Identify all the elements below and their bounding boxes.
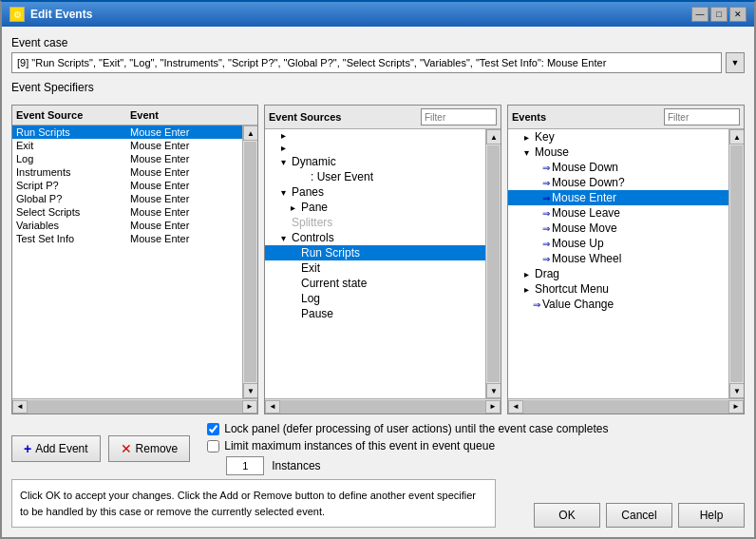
help-button[interactable]: Help — [678, 503, 745, 528]
right-panels: Event Sources ▸ ▸ ▾ Dynamic : User Event… — [264, 105, 745, 414]
event-tree-item[interactable]: ⇒ Mouse Enter — [508, 190, 728, 205]
event-item-text: Mouse Move — [550, 221, 617, 235]
arrow-icon: ⇒ — [533, 299, 540, 310]
events-filter-input[interactable] — [664, 108, 740, 125]
event-tree-item[interactable]: ⇒ Mouse Down — [508, 160, 728, 175]
source-tree-item[interactable]: Pause — [265, 306, 485, 321]
specifier-row[interactable]: Instruments Mouse Enter — [12, 165, 242, 179]
source-tree-item[interactable]: ▸ Pane — [265, 200, 485, 215]
events-tree[interactable]: ▸ Key ▾ Mouse ⇒ Mouse Down ⇒ Mouse Down?… — [508, 129, 728, 398]
limit-instances-checkbox[interactable] — [207, 440, 219, 452]
source-tree-item: Splitters — [265, 215, 485, 230]
event-case-section: Event case [9] "Run Scripts", "Exit", "L… — [11, 36, 745, 73]
lock-panel-checkbox[interactable] — [207, 423, 219, 435]
spec-source: Instruments — [12, 165, 126, 179]
hscroll-left[interactable]: ◄ — [12, 400, 28, 414]
hscroll-right[interactable]: ► — [242, 400, 257, 414]
src-hscroll-right[interactable]: ► — [485, 400, 501, 414]
instances-row: Instances — [226, 456, 608, 475]
event-tree-item[interactable]: ⇒ Mouse Move — [508, 221, 728, 236]
sources-tree[interactable]: ▸ ▸ ▾ Dynamic : User Event ▾ Panes ▸ Pan… — [265, 129, 485, 398]
evt-hscroll-right[interactable]: ► — [728, 400, 744, 414]
event-tree-item[interactable]: ⇒ Value Change — [508, 297, 728, 312]
specifier-row[interactable]: Script P? Mouse Enter — [12, 179, 242, 192]
tree-item-text: Pane — [299, 201, 328, 214]
close-button[interactable]: ✕ — [729, 7, 747, 22]
source-tree-item[interactable]: ▾ Panes — [265, 184, 485, 200]
specifier-row[interactable]: Log Mouse Enter — [12, 152, 242, 165]
sources-scroll-up[interactable]: ▲ — [486, 129, 501, 144]
event-tree-item[interactable]: ▸ Shortcut Menu — [508, 281, 728, 297]
cancel-button[interactable]: Cancel — [606, 503, 672, 528]
evt-hscroll-left[interactable]: ◄ — [508, 400, 523, 414]
event-tree-item[interactable]: ▸ Key — [508, 129, 728, 144]
arrow-icon: ⇒ — [542, 208, 550, 219]
specifier-row[interactable]: Global P? Mouse Enter — [12, 192, 242, 205]
sources-panel-title: Event Sources — [269, 111, 341, 123]
specifier-row[interactable]: Variables Mouse Enter — [12, 219, 242, 232]
tree-item-text: Run Scripts — [299, 246, 360, 260]
ok-button[interactable]: OK — [534, 503, 600, 528]
source-tree-item[interactable]: ▾ Controls — [265, 230, 485, 245]
sources-scroll-thumb[interactable] — [487, 145, 500, 382]
source-tree-item[interactable]: Current state — [265, 276, 485, 291]
specifier-row[interactable]: Select Scripts Mouse Enter — [12, 205, 242, 219]
scroll-down[interactable]: ▼ — [243, 383, 257, 398]
bottom-section: + Add Event ✕ Remove Lock panel (defer p… — [11, 422, 745, 528]
sources-scroll-down[interactable]: ▼ — [486, 383, 501, 398]
events-hscrollbar[interactable]: ◄ ► — [508, 398, 744, 414]
spec-event: Mouse Enter — [126, 232, 242, 245]
event-item-text: Mouse — [533, 145, 569, 159]
instances-label: Instances — [272, 459, 320, 472]
events-scroll-down[interactable]: ▼ — [729, 383, 744, 398]
expand-icon: ▸ — [520, 269, 533, 279]
sources-filter-input[interactable] — [421, 108, 497, 125]
source-tree-item[interactable]: : User Event — [265, 169, 485, 184]
source-tree-item[interactable]: ▾ Dynamic — [265, 154, 485, 169]
minimize-button[interactable]: — — [691, 7, 709, 22]
source-tree-item[interactable]: ▸ — [265, 129, 485, 142]
events-scroll-up[interactable]: ▲ — [729, 129, 744, 144]
source-tree-item[interactable]: Log — [265, 291, 485, 306]
scroll-up[interactable]: ▲ — [243, 125, 257, 141]
event-tree-item[interactable]: ⇒ Mouse Up — [508, 236, 728, 251]
options-section: Lock panel (defer processing of user act… — [205, 422, 608, 475]
sources-hscrollbar[interactable]: ◄ ► — [265, 398, 501, 414]
source-tree-item[interactable]: Run Scripts — [265, 245, 485, 260]
specifiers-list[interactable]: Run Scripts Mouse Enter Exit Mouse Enter… — [12, 125, 242, 398]
remove-icon: ✕ — [121, 441, 132, 456]
specifiers-hscrollbar[interactable]: ◄ ► — [12, 398, 257, 414]
src-hscroll-left[interactable]: ◄ — [265, 400, 280, 414]
specifier-row[interactable]: Run Scripts Mouse Enter — [12, 125, 242, 139]
maximize-button[interactable]: □ — [710, 7, 728, 22]
expand-icon: ▸ — [286, 202, 299, 213]
spec-event: Mouse Enter — [126, 125, 242, 139]
title-controls: — □ ✕ — [691, 7, 747, 22]
events-scroll-thumb[interactable] — [730, 145, 743, 382]
events-scrollbar[interactable]: ▲ ▼ — [728, 129, 744, 398]
source-tree-item[interactable]: ▸ — [265, 142, 485, 154]
instances-input[interactable] — [226, 456, 264, 475]
event-tree-item[interactable]: ⇒ Mouse Down? — [508, 175, 728, 190]
middle-section: Event Source Event Run Scripts Mouse Ent… — [11, 105, 745, 414]
add-event-button[interactable]: + Add Event — [11, 435, 101, 462]
source-tree-item[interactable]: Exit — [265, 260, 485, 276]
expand-icon: ▾ — [276, 233, 290, 243]
event-tree-item[interactable]: ▾ Mouse — [508, 144, 728, 160]
remove-button[interactable]: ✕ Remove — [108, 435, 191, 462]
scroll-thumb[interactable] — [244, 142, 256, 382]
sources-scrollbar[interactable]: ▲ ▼ — [485, 129, 501, 398]
spec-event: Mouse Enter — [126, 152, 242, 165]
expand-icon: ▸ — [520, 284, 533, 295]
specifier-row[interactable]: Test Set Info Mouse Enter — [12, 232, 242, 245]
spec-source: Run Scripts — [12, 125, 126, 139]
specifiers-scrollbar[interactable]: ▲ ▼ — [242, 125, 257, 398]
specifier-row[interactable]: Exit Mouse Enter — [12, 139, 242, 152]
event-case-dropdown[interactable]: ▼ — [726, 52, 745, 73]
event-tree-item[interactable]: ⇒ Mouse Leave — [508, 205, 728, 221]
event-item-text: Value Change — [540, 298, 614, 311]
event-tree-item[interactable]: ⇒ Mouse Wheel — [508, 251, 728, 266]
spec-source: Variables — [12, 219, 126, 232]
tree-item-text: Current state — [299, 277, 367, 290]
event-tree-item[interactable]: ▸ Drag — [508, 266, 728, 281]
